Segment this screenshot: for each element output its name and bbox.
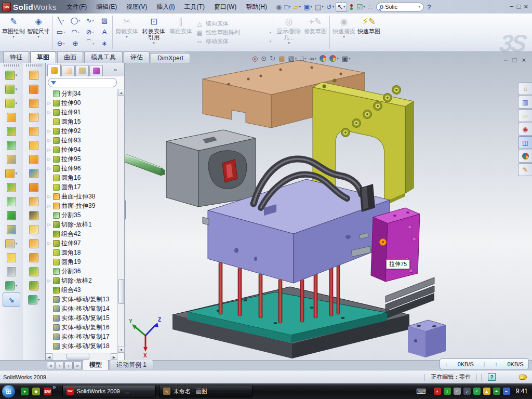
print-dropdown-icon[interactable]: ▾ <box>322 5 324 9</box>
convert-entities-dropdown-icon[interactable]: ▾ <box>153 41 155 45</box>
sketch-button[interactable]: ✎ 草图绘制 ▾ <box>1 15 26 50</box>
zoom-area-button[interactable]: ⊙ <box>261 55 267 62</box>
tree-item-26[interactable]: 实体-移动/复制17 <box>47 332 117 341</box>
command-tab-0[interactable]: 特征 <box>3 51 29 63</box>
tree-item-5[interactable]: ▷拉伸93 <box>47 136 117 145</box>
menu-2[interactable]: 视图(V) <box>122 0 152 14</box>
expand-arrow-icon[interactable]: ▷ <box>47 241 51 246</box>
split-button[interactable] <box>7 194 16 208</box>
spline-tool-button[interactable]: ▾ <box>5 278 17 292</box>
toolbox-tab[interactable]: ◉ <box>518 123 532 136</box>
tree-item-17[interactable]: 圆角18 <box>47 248 117 257</box>
boss-button[interactable] <box>7 124 16 138</box>
expand-arrow-icon[interactable]: ▷ <box>47 166 51 171</box>
tree-item-27[interactable]: 实体-移动/复制18 <box>47 341 117 351</box>
selection-box-button[interactable]: ▨ <box>97 15 112 26</box>
extruded-surface-button[interactable] <box>29 68 38 82</box>
start-button[interactable]: ⊞ <box>2 384 16 398</box>
lofted-surface-button[interactable] <box>29 110 38 124</box>
tree-item-22[interactable]: 实体-移动/复制13 <box>47 295 117 304</box>
dimxpertmanager-tab[interactable] <box>89 65 103 76</box>
parting-line-button[interactable] <box>29 250 38 264</box>
tab-nav-2[interactable]: › <box>64 362 73 369</box>
command-tab-1[interactable]: 草图 <box>30 51 56 63</box>
planar-surface-button[interactable] <box>29 138 38 152</box>
tree-item-19[interactable]: 分割36 <box>47 267 117 276</box>
configurationmanager-tab[interactable] <box>75 65 89 76</box>
tree-item-6[interactable]: ▷拉伸94 <box>47 145 117 154</box>
stoplight-button[interactable] <box>348 4 355 10</box>
new-file-dropdown-icon[interactable]: ▾ <box>289 5 291 9</box>
spline-button[interactable]: ∿▾ <box>83 15 97 26</box>
expand-arrow-icon[interactable]: ▷ <box>47 157 51 162</box>
select-arrow-dropdown-icon[interactable]: ▾ <box>343 5 345 9</box>
point-button[interactable]: ∗ <box>97 37 112 49</box>
dimension-button[interactable]: ▾ <box>5 236 17 250</box>
untrim-button[interactable] <box>29 236 38 250</box>
vertical-scroll-thumb[interactable] <box>118 279 124 304</box>
options-list-dropdown-icon[interactable]: ▾ <box>363 5 365 9</box>
antivirus-alert-icon[interactable]: × <box>434 388 441 395</box>
mirror-entities-button[interactable]: △ 镜向实体 <box>195 20 271 28</box>
arc-button[interactable]: ◠▾ <box>68 26 83 37</box>
tree-vertical-scrollbar[interactable]: ▲ ▼ <box>117 89 124 353</box>
hide-show-items-button[interactable]: ∞▾ <box>310 55 317 62</box>
tree-item-4[interactable]: ▷拉伸92 <box>47 126 117 136</box>
status-help-icon[interactable]: ? <box>488 373 496 381</box>
close-button[interactable]: × <box>524 3 528 10</box>
save-button[interactable]: ▣▾ <box>302 3 313 11</box>
expand-arrow-icon[interactable]: ▷ <box>47 278 51 283</box>
options-list-button[interactable]: ☑▾ <box>356 3 366 11</box>
pin-button[interactable]: ◉ <box>275 3 283 11</box>
edit-appearance-button[interactable] <box>320 55 326 62</box>
tree-item-12[interactable]: ▷曲面-拉伸39 <box>47 201 117 210</box>
boss-extrude-button[interactable]: ▾ <box>5 68 17 82</box>
menu-0[interactable]: 文件(F) <box>62 0 91 14</box>
tree-item-9[interactable]: 圆角16 <box>47 173 117 182</box>
tab-motion-study[interactable]: 运动算例 1 <box>110 360 153 370</box>
rectangle-button[interactable]: ▭▾ <box>54 26 68 37</box>
toolbar-drag-handle[interactable] <box>26 64 42 66</box>
expand-arrow-icon[interactable]: ▷ <box>47 110 51 115</box>
tree-item-14[interactable]: ▷切除-放样1 <box>47 220 117 229</box>
tab-nav-1[interactable]: ‹ <box>56 362 64 369</box>
command-tab-4[interactable]: 评估 <box>124 51 150 63</box>
scroll-right-icon[interactable]: ▶ <box>111 353 117 360</box>
section-view-button[interactable]: ▤ <box>278 55 285 62</box>
tooling-split-button[interactable] <box>29 278 38 292</box>
quick-launch-chevron-icon[interactable]: » <box>52 383 56 391</box>
apply-scene-button[interactable]: ▾ <box>329 55 339 62</box>
expand-arrow-icon[interactable]: ▷ <box>47 222 51 227</box>
expand-arrow-icon[interactable]: ▷ <box>47 204 51 208</box>
custom-properties-tab[interactable]: ✎ <box>518 163 532 176</box>
new-file-button[interactable]: □▾ <box>283 3 291 11</box>
messenger-icon[interactable]: ● <box>21 388 29 395</box>
slot-button[interactable]: ⊖▾ <box>54 37 68 49</box>
print-button[interactable]: ▤▾ <box>314 3 325 11</box>
swept-surface-button[interactable] <box>29 96 38 110</box>
rapid-sketch-button[interactable]: ⚡✎ 快速草图 <box>356 15 381 50</box>
tab-nav-0[interactable]: « <box>47 362 55 369</box>
trim-entities-button[interactable]: ✂ 剪裁实体 ▾ <box>114 15 139 50</box>
quick-snaps-button[interactable]: ◉ 快速捕捉 ▾ <box>331 15 356 50</box>
convert-entities-button[interactable]: ⊡ 转换实体引用 ▾ <box>139 15 168 50</box>
restore-button[interactable]: □ <box>517 3 521 10</box>
pattern-button[interactable]: ▾ <box>5 166 17 180</box>
rotate-view-button[interactable]: ↻ <box>270 55 275 62</box>
file-explorer-tab[interactable]: ▱ <box>518 109 532 122</box>
select-arrow-button[interactable]: ↖▾ <box>336 2 347 12</box>
panel-more-button[interactable]: » <box>114 66 117 73</box>
tree-item-11[interactable]: ▷曲面-拉伸38 <box>47 192 117 201</box>
tree-item-18[interactable]: 圆角19 <box>47 257 117 267</box>
tree-item-25[interactable]: 实体-移动/复制16 <box>47 323 117 332</box>
messenger-tray-icon[interactable]: ✓ <box>473 388 481 395</box>
move-copy-button[interactable] <box>7 222 16 236</box>
tree-item-10[interactable]: 圆角17 <box>47 182 117 192</box>
undo-dropdown-icon[interactable]: ▾ <box>332 5 335 9</box>
more-tools-button[interactable]: ∴ <box>367 3 373 11</box>
tree-item-24[interactable]: 实体-移动/复制15 <box>47 313 117 323</box>
expand-arrow-icon[interactable]: ▷ <box>47 129 51 134</box>
line-button[interactable]: ╲▾ <box>54 15 68 26</box>
thicken-button[interactable] <box>29 180 38 194</box>
defender-icon[interactable]: + <box>493 388 500 395</box>
